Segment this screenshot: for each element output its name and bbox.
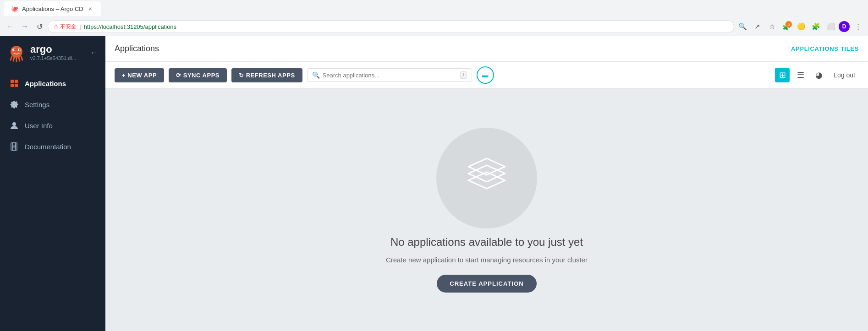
sync-apps-button[interactable]: ⟳ SYNC APPS [169,68,227,82]
breadcrumb: Applications [115,44,159,54]
extensions-btn[interactable]: 🧩 6 [780,20,793,33]
logo-version: v2.7.1+5e54351.di... [30,55,76,61]
security-warning: ⚠ 不安全 [54,23,77,31]
bookmark-btn[interactable]: ☆ [765,20,778,33]
sidebar-item-label-settings: Settings [25,101,49,109]
search-box[interactable]: 🔍 / [307,68,472,82]
settings-icon [9,99,19,109]
stack-layers-icon [461,153,512,203]
address-bar[interactable]: ⚠ 不安全 | https://localhost:31205/applicat… [48,20,734,33]
top-bar: Applications APPLICATIONS TILES [105,36,868,62]
menu-btn[interactable]: ⋮ [852,20,864,33]
filter-icon: ▬ [482,71,489,79]
tab-favicon: 🐙 [11,5,18,12]
grid-view-button[interactable]: ⊞ [775,68,790,82]
sidebar-item-settings[interactable]: Settings [0,94,105,115]
create-application-button[interactable]: CREATE APPLICATION [437,275,536,293]
empty-state-subtitle: Create new application to start managing… [386,256,588,264]
documentation-icon [9,141,19,152]
svg-rect-6 [15,80,18,83]
search-input[interactable] [323,72,457,79]
toolbar: + NEW APP ⟳ SYNC APPS ↻ REFRESH APPS 🔍 /… [105,62,868,89]
sidebar-item-label-userinfo: User Info [25,122,53,130]
main-content: Applications APPLICATIONS TILES + NEW AP… [105,36,868,331]
empty-state-title: No applications available to you just ye… [390,236,583,249]
browser-chrome: 🐙 Applications – Argo CD ✕ ← → ↺ ⚠ 不安全 |… [0,0,868,36]
svg-rect-8 [15,84,18,87]
empty-state-illustration [436,128,537,228]
svg-marker-16 [468,165,505,182]
browser-tab[interactable]: 🐙 Applications – Argo CD ✕ [4,1,101,16]
window-btn[interactable]: ⬜ [824,20,837,33]
new-app-button[interactable]: + NEW APP [115,68,164,82]
forward-button[interactable]: → [18,20,31,33]
user-avatar[interactable]: D [839,21,850,32]
sidebar-item-applications[interactable]: Applications [0,73,105,94]
view-mode-label: APPLICATIONS TILES [791,45,859,52]
share-btn[interactable]: ↗ [751,20,764,33]
puzzle-icon[interactable]: 🧩 [809,20,822,33]
chart-view-button[interactable]: ◕ [812,68,826,82]
search-browser-btn[interactable]: 🔍 [736,20,749,33]
sidebar-nav: Applications Settings [0,69,105,331]
svg-point-3 [14,49,15,51]
tab-title: Applications – Argo CD [22,5,83,12]
reload-button[interactable]: ↺ [33,20,46,33]
list-view-button[interactable]: ☰ [793,68,808,82]
sidebar-item-label-documentation: Documentation [25,143,71,151]
empty-state: No applications available to you just ye… [105,89,868,331]
sidebar: argo v2.7.1+5e54351.di... ← Applications [0,36,105,331]
sidebar-item-label-applications: Applications [25,80,66,87]
url-display: https://localhost:31205/applications [84,23,176,30]
logout-button[interactable]: Log out [830,70,859,81]
svg-point-4 [19,49,21,51]
user-icon [9,120,19,130]
search-kbd: / [460,71,467,79]
tab-close-btn[interactable]: ✕ [87,5,93,12]
colorful-icon[interactable]: 🟡 [795,20,808,33]
svg-rect-5 [11,80,14,83]
refresh-apps-button[interactable]: ↻ REFRESH APPS [231,68,302,82]
back-button[interactable]: ← [4,20,16,33]
sidebar-logo: argo v2.7.1+5e54351.di... ← [0,36,105,69]
svg-point-9 [12,122,16,126]
search-icon: 🔍 [312,71,320,79]
sidebar-item-userinfo[interactable]: User Info [0,115,105,136]
applications-icon [9,78,19,88]
logo-name: argo [30,44,76,54]
svg-rect-7 [11,84,14,87]
argo-mascot-icon [7,43,26,62]
sidebar-collapse-btn[interactable]: ← [90,48,98,58]
filter-button[interactable]: ▬ [477,66,494,84]
sidebar-item-documentation[interactable]: Documentation [0,136,105,157]
extensions-badge: 6 [786,21,792,27]
